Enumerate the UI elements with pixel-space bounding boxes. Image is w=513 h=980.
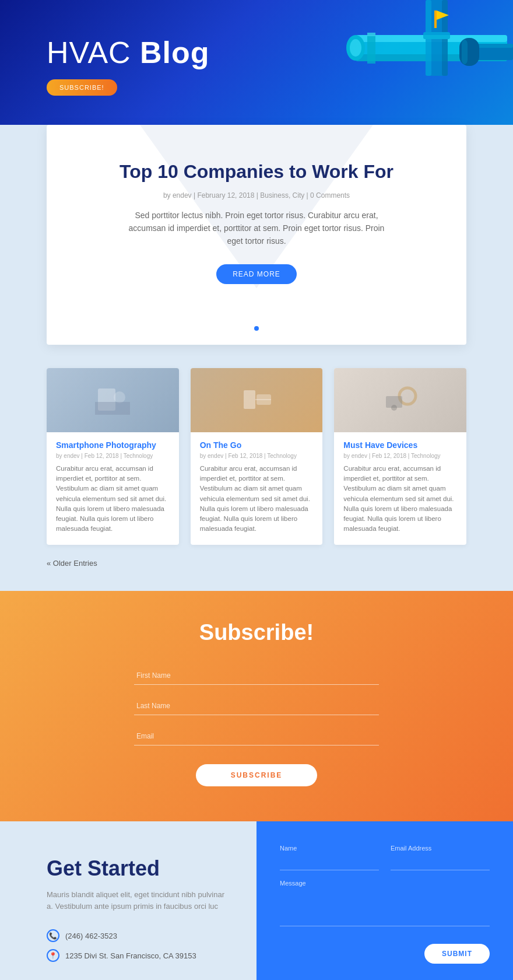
get-started-description: Mauris blandit aliquet elit, eget tincid… xyxy=(47,889,227,914)
blog-cards-grid: Smartphone Photography by endev | Feb 12… xyxy=(47,368,466,545)
subscribe-last-name-input[interactable] xyxy=(134,696,379,715)
svg-rect-16 xyxy=(462,40,468,64)
older-entries-link[interactable]: « Older Entries xyxy=(47,559,466,568)
svg-rect-6 xyxy=(367,33,375,36)
svg-rect-20 xyxy=(244,390,255,409)
blog-card-2: On The Go by endev | Feb 12, 2018 | Tech… xyxy=(191,368,323,545)
svg-point-18 xyxy=(114,391,125,403)
contact-email-input[interactable] xyxy=(391,854,490,870)
blog-card-3-image xyxy=(334,368,466,432)
blog-card-3-excerpt: Curabitur arcu erat, accumsan id imperdi… xyxy=(343,464,457,534)
blog-card-3-meta: by endev | Feb 12, 2018 | Technology xyxy=(343,453,457,459)
blog-card-2-title[interactable]: On The Go xyxy=(200,440,314,450)
blog-card-1-image xyxy=(47,368,179,432)
contact-message-textarea[interactable] xyxy=(280,891,490,926)
contact-name-input[interactable] xyxy=(280,854,379,870)
bottom-section: Get Started Mauris blandit aliquet elit,… xyxy=(0,821,513,980)
contact-email-label: Email Address xyxy=(391,845,490,852)
hero-pipes-decoration xyxy=(309,0,513,134)
subscribe-section: Subscribe! SUBSCRIBE xyxy=(0,591,513,821)
blog-card-3: Must Have Devices by endev | Feb 12, 201… xyxy=(334,368,466,545)
site-title-regular: HVAC xyxy=(47,36,140,69)
blog-card-1: Smartphone Photography by endev | Feb 12… xyxy=(47,368,179,545)
featured-title: Top 10 Companies to Work For xyxy=(93,160,420,184)
contact-submit-button[interactable]: SUBMIT xyxy=(424,944,490,964)
subscribe-submit-button[interactable]: SUBSCRIBE xyxy=(196,764,318,786)
carousel-dots xyxy=(47,313,466,345)
svg-point-25 xyxy=(391,405,397,411)
hero-section: HVAC Blog SUBSCRIBE! xyxy=(0,0,513,142)
main-content: Top 10 Companies to Work For by endev | … xyxy=(0,125,513,980)
subscribe-first-name-input[interactable] xyxy=(134,666,379,685)
svg-point-4 xyxy=(350,39,361,57)
featured-card: Top 10 Companies to Work For by endev | … xyxy=(47,125,466,345)
blog-card-3-title[interactable]: Must Have Devices xyxy=(343,440,457,450)
phone-info: 📞 (246) 462-3523 xyxy=(47,929,227,942)
blog-card-2-meta: by endev | Feb 12, 2018 | Technology xyxy=(200,453,314,459)
phone-icon: 📞 xyxy=(47,929,59,942)
contact-form-panel: Name Email Address Message SUBMIT xyxy=(256,821,513,980)
blog-card-1-meta: by endev | Feb 12, 2018 | Technology xyxy=(56,453,170,459)
site-title-bold: Blog xyxy=(140,36,210,69)
blog-card-2-excerpt: Curabitur arcu erat, accumsan id imperdi… xyxy=(200,464,314,534)
contact-message-field: Message xyxy=(280,880,490,944)
contact-email-field: Email Address xyxy=(391,845,490,870)
subscribe-email-input[interactable] xyxy=(134,727,379,746)
contact-message-label: Message xyxy=(280,880,490,887)
address-text: 1235 Divi St. San Francisco, CA 39153 xyxy=(65,951,196,960)
featured-excerpt: Sed porttitor lectus nibh. Proin eget to… xyxy=(122,209,391,248)
contact-name-field: Name xyxy=(280,845,379,870)
get-started-section: Get Started Mauris blandit aliquet elit,… xyxy=(0,821,256,980)
location-icon: 📍 xyxy=(47,949,59,962)
svg-rect-5 xyxy=(367,33,375,64)
contact-name-label: Name xyxy=(280,845,379,852)
blog-card-1-title[interactable]: Smartphone Photography xyxy=(56,440,170,450)
read-more-button[interactable]: READ MORE xyxy=(216,264,297,284)
blog-card-1-excerpt: Curabitur arcu erat, accumsan id imperdi… xyxy=(56,464,170,534)
subscribe-form: SUBSCRIBE xyxy=(134,666,379,786)
address-info: 📍 1235 Divi St. San Francisco, CA 39153 xyxy=(47,949,227,962)
carousel-dot-active[interactable] xyxy=(254,326,259,331)
featured-meta: by endev | February 12, 2018 | Business,… xyxy=(93,191,420,200)
phone-number: (246) 462-3523 xyxy=(65,932,117,940)
blog-card-2-image xyxy=(191,368,323,432)
svg-rect-10 xyxy=(423,32,450,39)
svg-rect-11 xyxy=(434,10,437,28)
svg-rect-19 xyxy=(95,402,130,415)
hero-subscribe-button[interactable]: SUBSCRIBE! xyxy=(47,79,117,96)
subscribe-title: Subscribe! xyxy=(47,620,466,645)
get-started-title: Get Started xyxy=(47,856,227,881)
